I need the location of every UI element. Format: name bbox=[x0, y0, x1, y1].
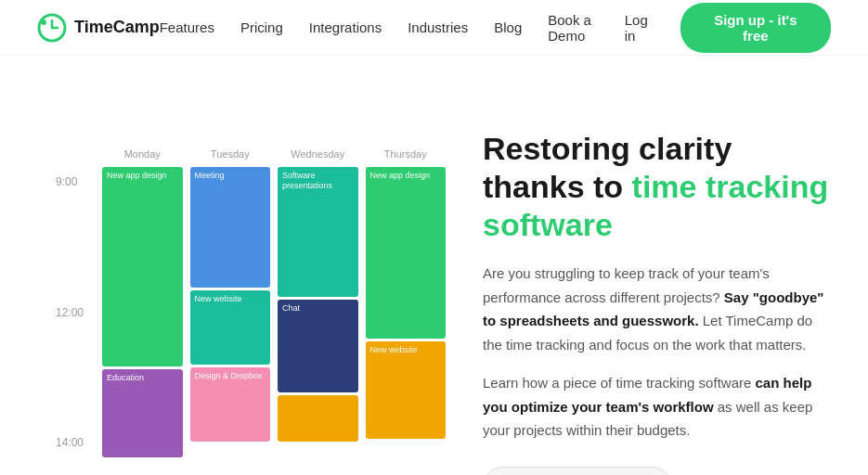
col-bars-monday: New app design Education bbox=[102, 167, 183, 457]
login-link[interactable]: Log in bbox=[625, 12, 662, 44]
nav-features[interactable]: Features bbox=[160, 19, 214, 35]
col-tuesday: Tuesday Meeting New website Design & Dro… bbox=[190, 148, 271, 442]
col-bars-thursday: New app design New website bbox=[366, 167, 447, 439]
body2-text: Learn how a piece of time tracking softw… bbox=[483, 375, 755, 391]
chart-container: 9:00 12:00 14:00 Monday New app design E… bbox=[56, 148, 446, 457]
y-label-14: 14:00 bbox=[56, 437, 84, 448]
bar-monday-1: New app design bbox=[102, 167, 183, 366]
col-header-tuesday: Tuesday bbox=[211, 148, 250, 160]
bar-thursday-1: New app design bbox=[366, 167, 447, 339]
nav-links: Features Pricing Integrations Industries… bbox=[160, 12, 625, 44]
col-bars-wednesday: Software presentations Chat bbox=[278, 167, 358, 442]
navbar: TimeCamp Features Pricing Integrations I… bbox=[0, 0, 868, 56]
main-content: 9:00 12:00 14:00 Monday New app design E… bbox=[0, 56, 868, 475]
nav-industries[interactable]: Industries bbox=[408, 19, 468, 35]
logo-icon bbox=[37, 13, 67, 43]
headline-part2: thanks to bbox=[483, 169, 632, 204]
col-monday: Monday New app design Education bbox=[102, 148, 183, 457]
nav-integrations[interactable]: Integrations bbox=[309, 19, 382, 35]
col-header-wednesday: Wednesday bbox=[291, 148, 344, 160]
chart-section: 9:00 12:00 14:00 Monday New app design E… bbox=[56, 111, 446, 457]
bar-tuesday-1: Meeting bbox=[190, 167, 271, 288]
bar-monday-2: Education bbox=[102, 369, 183, 457]
bar-tuesday-3: Design & Dropbox bbox=[190, 367, 271, 442]
col-wednesday: Wednesday Software presentations Chat bbox=[278, 148, 358, 442]
col-header-monday: Monday bbox=[124, 148, 161, 160]
nav-book-demo[interactable]: Book a Demo bbox=[548, 12, 625, 44]
bar-wednesday-3 bbox=[278, 395, 358, 442]
signup-button[interactable]: Sign up - it's free bbox=[680, 3, 831, 53]
col-thursday: Thursday New app design New website bbox=[366, 148, 447, 439]
col-header-thursday: Thursday bbox=[384, 148, 427, 160]
logo-text: TimeCamp bbox=[74, 18, 160, 37]
svg-point-1 bbox=[41, 19, 46, 25]
headline-part1: Restoring clarity bbox=[483, 131, 732, 166]
col-bars-tuesday: Meeting New website Design & Dropbox bbox=[190, 167, 271, 442]
logo[interactable]: TimeCamp bbox=[37, 13, 160, 43]
y-label-9: 9:00 bbox=[56, 176, 84, 187]
bar-thursday-2: New website bbox=[366, 341, 447, 439]
nav-blog[interactable]: Blog bbox=[494, 19, 522, 35]
bar-wednesday-2: Chat bbox=[278, 300, 358, 392]
y-axis: 9:00 12:00 14:00 bbox=[56, 148, 84, 457]
y-label-12: 12:00 bbox=[56, 307, 84, 318]
bar-wednesday-1: Software presentations bbox=[278, 167, 358, 297]
headline: Restoring clarity thanks to time trackin… bbox=[483, 130, 831, 243]
body-paragraph-2: Learn how a piece of time tracking softw… bbox=[483, 371, 831, 443]
chart-columns: Monday New app design Education Tuesday … bbox=[102, 148, 446, 457]
text-section: Restoring clarity thanks to time trackin… bbox=[483, 111, 831, 475]
nav-actions: Log in Sign up - it's free bbox=[625, 3, 831, 53]
cta-button[interactable]: More about time tracking bbox=[483, 467, 672, 475]
body-paragraph-1: Are you struggling to keep track of your… bbox=[483, 262, 831, 356]
bar-tuesday-2: New website bbox=[190, 290, 271, 365]
nav-pricing[interactable]: Pricing bbox=[240, 19, 283, 35]
